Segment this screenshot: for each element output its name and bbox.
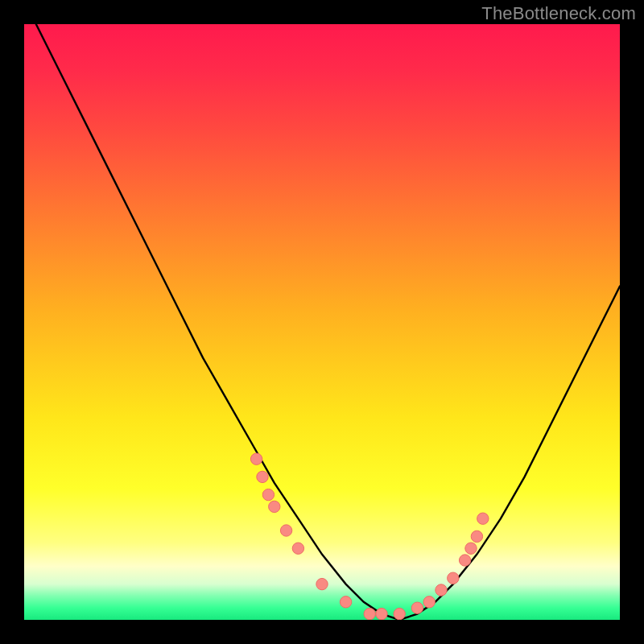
data-marker	[423, 597, 435, 608]
data-marker	[459, 555, 470, 566]
data-marker	[376, 608, 387, 619]
data-marker	[280, 525, 291, 536]
watermark-text: TheBottleneck.com	[481, 3, 636, 24]
data-marker	[477, 513, 489, 524]
chart-svg	[24, 24, 620, 620]
data-marker	[269, 501, 280, 512]
data-marker	[316, 578, 328, 589]
data-marker	[471, 530, 482, 542]
data-marker	[411, 602, 423, 613]
plot-area	[24, 24, 620, 620]
data-marker	[250, 453, 262, 464]
data-marker	[292, 543, 303, 554]
data-marker	[262, 489, 274, 500]
data-marker	[448, 572, 459, 584]
data-marker	[340, 597, 351, 608]
chart-stage: TheBottleneck.com	[0, 0, 644, 644]
data-marker	[364, 608, 375, 619]
data-marker	[394, 608, 405, 619]
data-marker	[465, 543, 477, 554]
marker-group	[250, 453, 489, 620]
data-marker	[436, 584, 447, 596]
data-marker	[257, 471, 268, 482]
bottleneck-curve	[36, 24, 620, 620]
